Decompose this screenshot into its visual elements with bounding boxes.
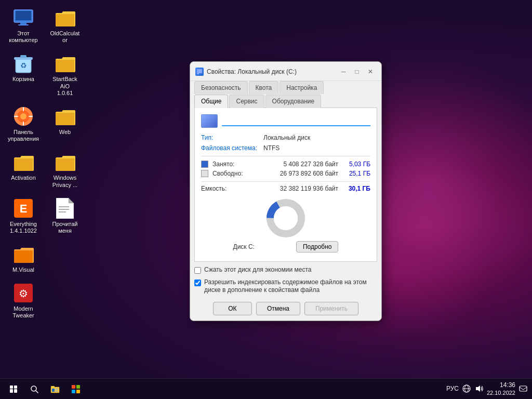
capacity-row: Емкость: 32 382 119 936 байт 30,1 ГБ	[201, 181, 370, 192]
desktop-icon-label: OldCalculator	[49, 30, 81, 44]
cancel-button[interactable]: Отмена	[256, 302, 300, 315]
free-gb: 25,1 ГБ	[344, 170, 370, 177]
windows-start-button[interactable]	[4, 380, 23, 398]
svg-rect-36	[72, 385, 75, 389]
svg-rect-1	[16, 11, 31, 20]
notification-icon[interactable]	[518, 384, 528, 393]
tab-row-secondary: Безопасность Квота Настройка	[194, 81, 377, 94]
taskbar-time: 14:36	[487, 381, 515, 390]
globe-icon[interactable]	[462, 384, 471, 393]
monitor-icon	[13, 7, 34, 28]
desktop-icon-label: Панельуправления	[8, 129, 39, 142]
compress-checkbox[interactable]	[194, 267, 201, 274]
index-checkbox[interactable]	[194, 280, 201, 286]
taskbar-left	[4, 380, 85, 398]
folder-yellow-icon	[55, 7, 75, 28]
detail-button[interactable]: Подробно	[296, 241, 339, 252]
svg-rect-19	[59, 206, 69, 207]
desktop-icon-label: WindowsPrivacy ...	[52, 175, 77, 188]
desktop-icon-old-calculator[interactable]: OldCalculator	[47, 5, 83, 46]
dialog-window-controls: ─ □ ✕	[338, 66, 376, 77]
free-row: Свободно: 26 973 892 608 байт 25,1 ГБ	[201, 170, 370, 177]
capacity-gb: 30,1 ГБ	[344, 185, 370, 192]
desktop-icon-activation[interactable]: Activation	[5, 150, 42, 190]
tab-quota[interactable]: Квота	[249, 81, 279, 94]
free-label: Свободно:	[212, 170, 249, 177]
folder-blue-icon	[55, 106, 75, 127]
svg-rect-39	[76, 390, 80, 393]
explorer-button[interactable]	[46, 380, 64, 398]
tab-service[interactable]: Сервис	[229, 95, 264, 108]
desktop-icon-label: Этоткомпьютер	[9, 30, 37, 44]
desktop-icon-web[interactable]: Web	[47, 104, 83, 144]
dialog-title-icon	[195, 68, 204, 76]
desktop-icon-my-computer[interactable]: Этоткомпьютер	[5, 5, 42, 46]
desktop-icon-control-panel[interactable]: Панельуправления	[5, 104, 42, 144]
minimize-button[interactable]: ─	[338, 66, 349, 77]
desktop-icon-prochitay[interactable]: Прочитайменя	[47, 196, 83, 236]
dialog-main-content: Тип: Локальный диск Файловая система: NT…	[194, 108, 377, 262]
type-row: Тип: Локальный диск	[201, 134, 370, 141]
folder-yellow-icon	[55, 53, 75, 74]
used-row: Занято: 5 408 227 328 байт 5,03 ГБ	[201, 161, 370, 168]
store-button[interactable]	[66, 380, 85, 398]
svg-rect-44	[520, 386, 527, 391]
language-indicator[interactable]: РУС	[446, 385, 459, 392]
compress-checkbox-row: Сжать этот диск для экономии места	[194, 266, 377, 274]
volume-icon[interactable]	[474, 384, 484, 393]
search-icon	[30, 385, 38, 393]
svg-rect-33	[52, 389, 55, 392]
fs-label: Файловая система:	[201, 144, 263, 152]
tab-general[interactable]: Общие	[194, 95, 228, 108]
svg-rect-25	[197, 73, 199, 74]
desktop-icon-label: StartBack AiO1.0.61	[49, 76, 81, 97]
apply-button[interactable]: Применить	[304, 302, 358, 315]
svg-text:⚙: ⚙	[19, 288, 28, 299]
desktop-icon-windows-privacy[interactable]: WindowsPrivacy ...	[47, 150, 83, 190]
disk-stats: Занято: 5 408 227 328 байт 5,03 ГБ Свобо…	[201, 161, 370, 177]
dialog-tabs-row2: Общие Сервис Оборудование	[190, 94, 381, 108]
tab-hardware[interactable]: Оборудование	[265, 95, 322, 108]
recycle-icon: ♻	[13, 53, 34, 74]
chart-area: Диск С: Подробно	[201, 192, 370, 255]
properties-dialog: Свойства: Локальный диск (C:) ─ □ ✕ Безо…	[190, 61, 382, 321]
tab-settings[interactable]: Настройка	[280, 81, 324, 94]
svg-rect-35	[55, 391, 58, 392]
ok-button[interactable]: ОК	[213, 302, 252, 315]
drive-name-input[interactable]	[222, 116, 370, 126]
desktop-icon-recycle[interactable]: ♻ Корзина	[5, 51, 42, 99]
free-bytes: 26 973 892 608 байт	[249, 170, 338, 177]
close-button[interactable]: ✕	[365, 66, 376, 77]
desktop-icon-modern-tweaker[interactable]: ⚙ ModernTweaker	[5, 281, 42, 321]
svg-text:♻: ♻	[20, 61, 27, 70]
desktop-icon-everything[interactable]: E Everything1.4.1.1022	[5, 196, 42, 236]
fs-row: Файловая система: NTFS	[201, 144, 370, 152]
svg-line-30	[36, 391, 38, 393]
windows-logo-icon	[10, 385, 17, 393]
svg-point-10	[20, 113, 26, 119]
dialog-titlebar: Свойства: Локальный диск (C:) ─ □ ✕	[190, 62, 381, 81]
used-color	[201, 161, 208, 168]
desktop-icon-label: Everything1.4.1.1022	[10, 221, 37, 234]
svg-text:E: E	[20, 202, 28, 215]
taskbar-clock[interactable]: 14:36 22.10.2022	[487, 381, 515, 397]
desktop-icon-label: Web	[59, 129, 71, 136]
used-label: Занято:	[212, 161, 249, 168]
svg-rect-13	[14, 116, 18, 117]
desktop-icon-startback[interactable]: StartBack AiO1.0.61	[47, 51, 83, 99]
svg-rect-20	[59, 209, 69, 210]
everything-icon: E	[13, 198, 34, 219]
folder-orange-icon	[13, 244, 34, 264]
dialog-title-area: Свойства: Локальный диск (C:)	[195, 68, 297, 76]
control-panel-icon	[13, 106, 34, 127]
desktop-icon-m-visual[interactable]: M.Visual	[5, 242, 42, 275]
tweaker-icon: ⚙	[13, 283, 34, 303]
taskbar-date: 22.10.2022	[487, 389, 515, 396]
search-button[interactable]	[25, 380, 44, 398]
drive-name-row	[201, 114, 370, 128]
tab-security[interactable]: Безопасность	[194, 81, 248, 94]
desktop-icon-label: ModernTweaker	[12, 305, 34, 319]
win-logo-cell-4	[14, 389, 17, 392]
desktop-icon-grid: Этоткомпьютер OldCalculator	[5, 5, 83, 322]
maximize-button[interactable]: □	[351, 66, 363, 77]
